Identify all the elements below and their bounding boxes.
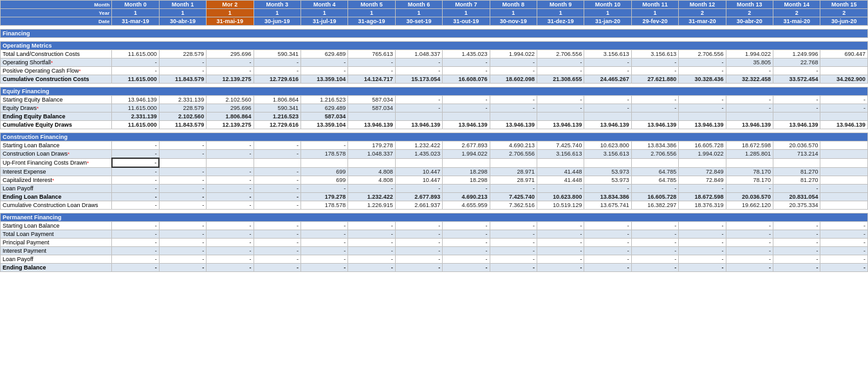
header-month-1: Month 1 [159,1,206,9]
header-year-3: 1 [254,9,300,17]
header-year-11: 1 [631,9,678,17]
table-row: Ending Balance ---------------- [1,264,868,272]
land-construction-3: 590.341 [254,50,300,59]
header-month-4: Month 4 [300,1,347,9]
header-year-14: 2 [773,9,820,17]
land-construction-0: 11.615.000 [112,50,159,59]
header-month-7: Month 7 [443,1,490,9]
construction-financing-header: Construction Financing [1,133,868,141]
header-month-9: Month 9 [537,1,584,9]
header-month-5: Month 5 [348,1,395,9]
header-month-13: Month 13 [726,1,773,9]
header-date-1: 30-abr-19 [159,17,206,26]
ending-loan-balance-label: Ending Loan Balance [1,193,112,201]
header-year-row: Year 1 1 1 1 1 1 1 1 1 1 1 1 2 2 2 2 [1,9,868,17]
equity-draws-label: Equity Draws* [1,104,112,113]
header-month-3: Month 3 [254,1,300,9]
table-row: Interest Expense ---- 699 4.808 10.447 1… [1,167,868,176]
table-row: Ending Loan Balance ---- 179.278 1.232.4… [1,193,868,201]
header-month-row: Month Month 0 Month 1 Mor 2 Month 3 Mont… [1,1,868,9]
interest-payment-label: Interest Payment [1,247,112,255]
header-year-2: 1 [207,9,254,17]
header-date-8: 30-nov-19 [490,17,537,26]
table-row: Cumulative Equity Draws 11.615.000 11.84… [1,121,868,129]
cumulative-construction-loan-label: Cumulative Construction Loan Draws [1,201,112,210]
asterisk-icon: * [79,68,81,74]
construction-loan-draws-label: Construction Loan Draws* [1,150,112,159]
table-row: Construction Loan Draws* ---- 178.578 1.… [1,150,868,159]
land-construction-11: 3.156.613 [631,50,678,59]
asterisk-icon: * [87,160,89,166]
table-row: Principal Payment ---------------- [1,239,868,247]
cumulative-equity-draws-label: Cumulative Equity Draws [1,121,112,129]
interest-expense-label: Interest Expense [1,167,112,176]
equity-financing-header-row: Equity Financing [1,87,868,96]
table-row: Total Land/Construction Costs 11.615.000… [1,50,868,59]
header-year-10: 1 [584,9,631,17]
header-month-10: Month 10 [584,1,631,9]
table-row: Interest Payment ---------------- [1,247,868,255]
header-month-0: Month 0 [112,1,159,9]
asterisk-icon: * [51,60,53,66]
land-construction-15: 690.447 [820,50,868,59]
table-row: Starting Loan Balance ----- 179.278 1.23… [1,141,868,150]
upfront-financing-input[interactable] [118,159,156,166]
header-year-12: 2 [679,9,726,17]
land-construction-6: 1.048.337 [395,50,442,59]
asterisk-icon: * [52,177,54,183]
starting-equity-label: Starting Equity Balance [1,96,112,104]
table-row: Total Loan Payment ---------------- [1,230,868,239]
ending-equity-label: Ending Equity Balance [1,113,112,121]
header-date-3: 30-jun-19 [254,17,300,26]
land-construction-9: 2.706.556 [537,50,584,59]
header-date-row: Date 31-mar-19 30-abr-19 31-mai-19 30-ju… [1,17,868,26]
header-month-14: Month 14 [773,1,820,9]
header-date-2: 31-mai-19 [207,17,254,26]
table-row: Cumulative Construction Costs 11.615.000… [1,75,868,84]
header-date-6: 30-set-19 [395,17,442,26]
land-construction-1: 228.579 [159,50,206,59]
operating-shortfall-label: Operating Shortfall* [1,59,112,67]
header-year-label: Year [1,9,112,17]
permanent-financing-header: Permanent Financing [1,214,868,222]
land-construction-2: 295.696 [207,50,254,59]
land-construction-7: 1.435.023 [443,50,490,59]
cumulative-construction-label: Cumulative Construction Costs [1,75,112,84]
header-date-7: 31-out-19 [443,17,490,26]
starting-loan-label: Starting Loan Balance [1,141,112,150]
table-row: Capitalized Interest* ---- 699 4.808 10.… [1,176,868,185]
header-month-15: Month 15 [820,1,868,9]
header-year-4: 1 [300,9,347,17]
table-row: Starting Loan Balance ---------------- [1,222,868,230]
financing-header: Financing [1,30,868,38]
header-year-15: 2 [820,9,868,17]
total-loan-payment-label: Total Loan Payment [1,230,112,239]
upfront-financing-label: Up-Front Financing Costs Drawn* [1,158,112,167]
header-month-label: Month [1,1,112,9]
table-row: Up-Front Financing Costs Drawn* [1,158,868,167]
header-date-4: 31-jul-19 [300,17,347,26]
header-month-11: Month 11 [631,1,678,9]
header-month-12: Month 12 [679,1,726,9]
land-construction-13: 1.994.022 [726,50,773,59]
operating-metrics-header: Operating Metrics [1,42,868,50]
table-row: Cumulative Construction Loan Draws ---- … [1,201,868,210]
land-construction-10: 3.156.613 [584,50,631,59]
header-date-label: Date [1,17,112,26]
construction-financing-header-row: Construction Financing [1,133,868,141]
asterisk-icon: * [68,151,69,157]
table-row: Loan Payoff --------------- [1,185,868,193]
header-year-9: 1 [537,9,584,17]
header-month-8: Month 8 [490,1,537,9]
header-year-1: 1 [159,9,206,17]
table-row: Ending Equity Balance 2.331.139 2.102.56… [1,113,868,121]
financial-table: Month Month 0 Month 1 Mor 2 Month 3 Mont… [0,0,868,272]
land-construction-label: Total Land/Construction Costs [1,50,112,59]
header-year-8: 1 [490,9,537,17]
principal-payment-label: Principal Payment [1,239,112,247]
ending-balance-label: Ending Balance [1,264,112,272]
header-date-11: 29-fev-20 [631,17,678,26]
header-date-5: 31-ago-19 [348,17,395,26]
header-date-13: 30-abr-20 [726,17,773,26]
perm-starting-loan-label: Starting Loan Balance [1,222,112,230]
